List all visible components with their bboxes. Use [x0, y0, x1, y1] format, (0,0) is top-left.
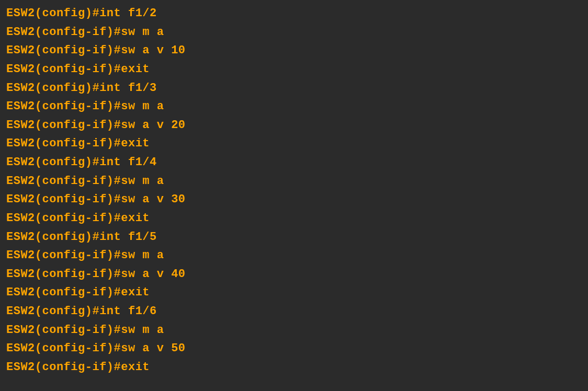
terminal-line: ESW2(config-if)#sw m a [6, 97, 582, 116]
terminal-line: ESW2(config-if)#sw m a [6, 172, 582, 191]
terminal-line: ESW2(config-if)#sw m a [6, 23, 582, 42]
terminal-line: ESW2(config-if)#exit [6, 60, 582, 79]
terminal-line: ESW2(config-if)#sw a v 30 [6, 190, 582, 209]
terminal-output[interactable]: ESW2(config)#int f1/2 ESW2(config-if)#sw… [6, 4, 582, 377]
terminal-line: ESW2(config-if)#sw m a [6, 321, 582, 340]
terminal-line: ESW2(config-if)#exit [6, 283, 582, 302]
terminal-line: ESW2(config)#int f1/2 [6, 4, 582, 23]
terminal-line: ESW2(config)#int f1/3 [6, 79, 582, 98]
terminal-line: ESW2(config-if)#sw a v 40 [6, 265, 582, 284]
terminal-line: ESW2(config-if)#sw a v 50 [6, 339, 582, 358]
terminal-line: ESW2(config-if)#exit [6, 358, 582, 377]
terminal-line: ESW2(config)#int f1/6 [6, 302, 582, 321]
terminal-line: ESW2(config-if)#sw a v 20 [6, 116, 582, 135]
terminal-line: ESW2(config)#int f1/4 [6, 153, 582, 172]
terminal-line: ESW2(config-if)#exit [6, 134, 582, 153]
terminal-line: ESW2(config)#int f1/5 [6, 228, 582, 247]
terminal-line: ESW2(config-if)#sw a v 10 [6, 41, 582, 60]
terminal-line: ESW2(config-if)#exit [6, 209, 582, 228]
terminal-line: ESW2(config-if)#sw m a [6, 246, 582, 265]
